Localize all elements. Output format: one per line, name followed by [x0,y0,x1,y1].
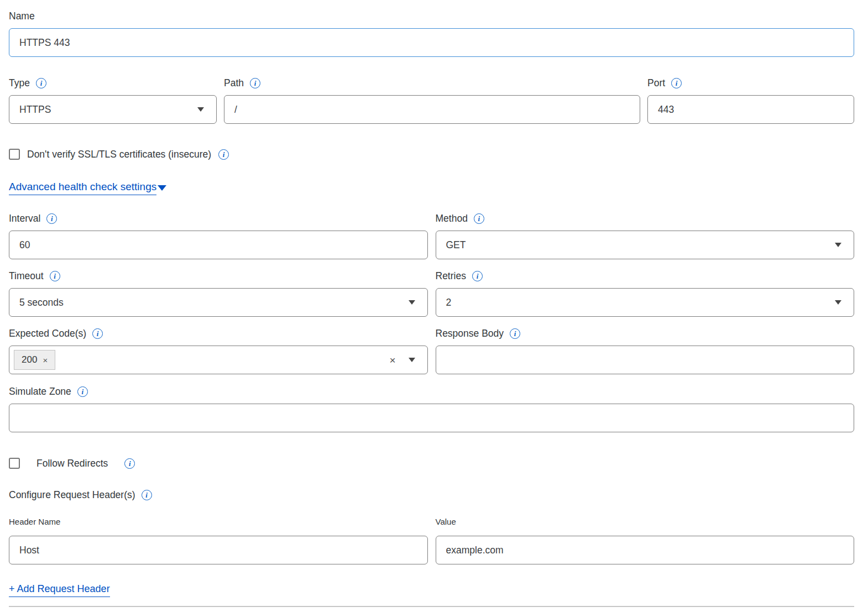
timeout-select[interactable]: 5 seconds [9,288,428,317]
retries-select-value: 2 [446,297,452,308]
port-input[interactable] [647,95,854,124]
interval-field: Interval i [9,212,428,259]
info-icon[interactable]: i [46,213,57,224]
expected-code-tag-value: 200 [22,354,37,365]
codes-body-row: Expected Code(s) i 200 × × Response Body… [9,327,854,374]
info-icon[interactable]: i [36,78,46,88]
header-value-input[interactable] [436,536,855,564]
interval-label: Interval [9,212,40,224]
header-name-label: Header Name [9,516,60,528]
port-label: Port [647,77,665,89]
follow-redirects-checkbox[interactable] [9,458,20,469]
type-label: Type [9,77,30,89]
expected-codes-label: Expected Code(s) [9,327,86,339]
port-field: Port i [647,77,854,124]
caret-down-icon [835,300,841,305]
follow-redirects-row: Follow Redirects i [9,457,854,469]
path-input[interactable] [224,95,640,124]
info-icon[interactable]: i [474,213,484,224]
timeout-retries-row: Timeout i 5 seconds Retries i 2 [9,270,854,317]
info-icon[interactable]: i [472,271,483,281]
info-icon[interactable]: i [92,328,103,339]
caret-down-icon [835,243,841,247]
name-input[interactable] [9,28,854,57]
expected-code-tag: 200 × [14,350,55,370]
timeout-select-value: 5 seconds [19,297,64,308]
header-value-label: Value [436,516,456,528]
info-icon[interactable]: i [50,271,60,281]
advanced-settings-link-label: Advanced health check settings [9,181,156,195]
expected-codes-controls: × [389,355,415,365]
caret-down-icon [158,185,166,191]
retries-label: Retries [436,270,466,282]
header-name-field: Header Name [9,516,428,564]
health-check-form: Name Type i HTTPS Path i Port i [0,0,868,607]
caret-down-icon [409,300,415,305]
type-path-port-row: Type i HTTPS Path i Port i [9,77,854,124]
type-field: Type i HTTPS [9,77,217,124]
request-headers-label: Configure Request Header(s) [9,489,135,501]
info-icon[interactable]: i [142,490,152,500]
section-divider [9,606,854,607]
interval-input[interactable] [9,231,428,259]
info-icon[interactable]: i [510,328,520,339]
response-body-field: Response Body i [436,327,855,374]
add-request-header-link[interactable]: + Add Request Header [9,583,110,597]
type-select[interactable]: HTTPS [9,95,217,124]
expected-codes-select[interactable]: 200 × × [9,346,428,374]
header-name-input[interactable] [9,536,428,564]
ssl-verify-checkbox[interactable] [9,149,20,160]
remove-tag-icon[interactable]: × [43,356,48,364]
path-field: Path i [224,77,640,124]
ssl-verify-row: Don't verify SSL/TLS certificates (insec… [9,148,854,160]
method-select[interactable]: GET [436,231,855,259]
response-body-label: Response Body [436,327,504,339]
path-label: Path [224,77,244,89]
type-select-value: HTTPS [19,104,51,116]
header-value-field: Value [436,516,855,564]
caret-down-icon [197,107,204,112]
request-headers-section: Configure Request Header(s) i [9,489,854,501]
method-select-value: GET [446,239,466,251]
timeout-label: Timeout [9,270,44,282]
ssl-verify-label: Don't verify SSL/TLS certificates (insec… [27,149,211,160]
info-icon[interactable]: i [77,386,88,397]
info-icon[interactable]: i [124,458,135,469]
response-body-input[interactable] [436,346,855,374]
simulate-zone-label: Simulate Zone [9,385,71,397]
interval-method-row: Interval i Method i GET [9,212,854,259]
info-icon[interactable]: i [250,78,260,88]
method-field: Method i GET [436,212,855,259]
advanced-settings-link[interactable]: Advanced health check settings [9,181,166,195]
caret-down-icon [409,358,415,362]
header-row: Header Name Value [9,516,854,564]
method-label: Method [436,212,468,224]
follow-redirects-label: Follow Redirects [36,458,108,469]
retries-field: Retries i 2 [436,270,855,317]
timeout-field: Timeout i 5 seconds [9,270,428,317]
clear-icon[interactable]: × [389,355,395,365]
info-icon[interactable]: i [671,78,682,88]
simulate-zone-field: Simulate Zone i [9,385,854,457]
expected-codes-field: Expected Code(s) i 200 × × [9,327,428,374]
simulate-zone-input[interactable] [9,404,854,432]
info-icon[interactable]: i [218,149,229,160]
name-label: Name [9,10,35,22]
retries-select[interactable]: 2 [436,288,855,317]
name-field: Name [9,10,854,77]
